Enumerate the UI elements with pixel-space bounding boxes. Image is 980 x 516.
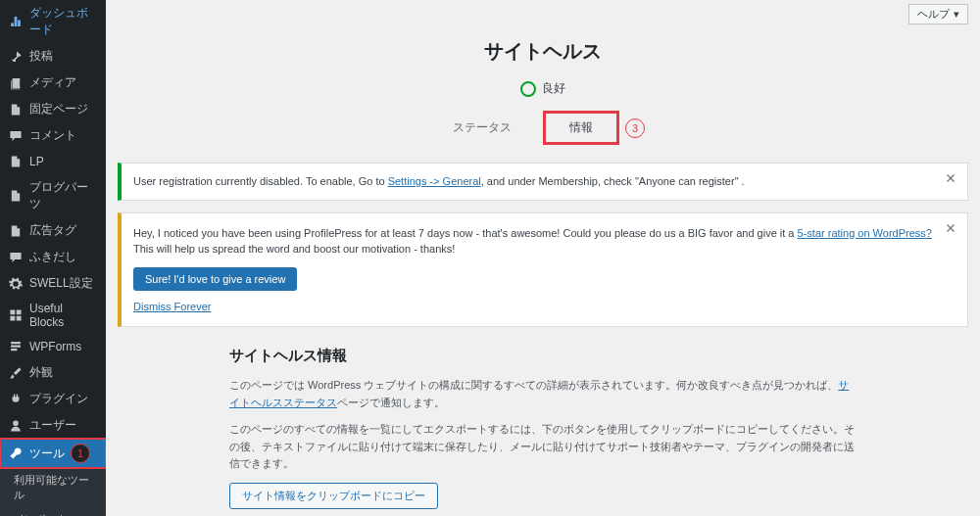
comment-icon [8, 250, 24, 265]
help-toggle[interactable]: ヘルプ ▾ [908, 4, 968, 24]
blocks-icon [8, 307, 24, 323]
comment-icon [8, 128, 24, 144]
sidebar-item-label: 外観 [29, 364, 53, 381]
sidebar-item-label: ユーザー [29, 417, 76, 434]
page-title: サイトヘルス [118, 38, 968, 65]
sidebar-item-ダッシュボード[interactable]: ダッシュボード [0, 0, 106, 43]
main-content: ヘルプ ▾ サイトヘルス 良好 ステータス 情報 3 User registra… [106, 0, 980, 516]
sidebar-item-ふきだし[interactable]: ふきだし [0, 244, 106, 270]
annotation-1: 1 [71, 444, 90, 463]
form-icon [8, 339, 24, 354]
sidebar-item-label: プラグイン [29, 391, 88, 407]
give-review-button[interactable]: Sure! I'd love to give a review [133, 267, 297, 291]
brush-icon [8, 365, 24, 381]
notice-profilepress: Hey, I noticed you have been using Profi… [118, 212, 968, 328]
sidebar-item-コメント[interactable]: コメント [0, 122, 106, 149]
info-desc-1: このページでは WordPress ウェブサイトの構成に関するすべての詳細が表示… [229, 377, 857, 411]
sidebar-item-label: ツール [29, 446, 65, 462]
health-status: 良好 [118, 80, 968, 97]
page-icon [8, 154, 24, 169]
sidebar-item-label: LP [29, 155, 44, 168]
sidebar-item-label: コメント [29, 127, 76, 144]
page-icon [8, 188, 24, 204]
status-label: 良好 [542, 80, 565, 97]
sidebar-item-label: WPForms [29, 340, 81, 353]
settings-general-link[interactable]: Settings -> General [388, 175, 481, 187]
sidebar-item-SWELL設定[interactable]: SWELL設定 [0, 270, 106, 297]
gear-icon [8, 276, 24, 292]
sidebar-item-外観[interactable]: 外観 [0, 359, 106, 386]
tab-info[interactable]: 情報 [543, 111, 619, 145]
sidebar-item-label: SWELL設定 [29, 275, 93, 292]
sidebar-item-label: 投稿 [29, 48, 53, 65]
sidebar-item-ブログパーツ[interactable]: ブログパーツ [0, 174, 106, 217]
annotation-3: 3 [625, 118, 645, 138]
sidebar-item-ツール[interactable]: ツール1 [0, 439, 106, 468]
sidebar-item-label: 広告タグ [29, 222, 76, 239]
admin-sidebar: ダッシュボード投稿メディア固定ページコメントLPブログパーツ広告タグふきだしSW… [0, 0, 106, 516]
media-icon [8, 75, 24, 91]
copy-site-info-button[interactable]: サイト情報をクリップボードにコピー [229, 483, 438, 509]
wrench-icon [8, 446, 24, 461]
sidebar-item-label: Useful Blocks [29, 302, 98, 329]
sidebar-item-プラグイン[interactable]: プラグイン [0, 386, 106, 412]
sidebar-item-広告タグ[interactable]: 広告タグ [0, 217, 106, 244]
sidebar-item-label: ダッシュボード [29, 5, 98, 38]
submenu-item-インポート[interactable]: インポート [0, 507, 106, 516]
sidebar-item-WPForms[interactable]: WPForms [0, 334, 106, 359]
sidebar-item-label: ふきだし [29, 249, 76, 265]
info-desc-2: このページのすべての情報を一覧にしてエクスポートするには、下のボタンを使用してク… [229, 421, 857, 473]
chevron-down-icon: ▾ [954, 8, 959, 21]
dismiss-notice-button[interactable] [944, 171, 959, 187]
page-icon [8, 102, 24, 117]
dashboard-icon [8, 14, 24, 29]
rating-link[interactable]: 5-star rating on WordPress? [798, 227, 932, 239]
dismiss-notice-button[interactable] [944, 221, 959, 237]
status-circle-icon [520, 81, 536, 97]
tab-status[interactable]: ステータス [441, 114, 523, 142]
notice-registration: User registration currently disabled. To… [118, 163, 968, 201]
sidebar-item-固定ページ[interactable]: 固定ページ [0, 96, 106, 122]
sidebar-item-メディア[interactable]: メディア [0, 70, 106, 96]
plugin-icon [8, 392, 24, 407]
sidebar-item-label: メディア [29, 74, 76, 91]
info-section-title: サイトヘルス情報 [229, 347, 857, 365]
sidebar-item-Useful Blocks[interactable]: Useful Blocks [0, 297, 106, 334]
sidebar-item-LP[interactable]: LP [0, 149, 106, 174]
submenu-item-利用可能なツール[interactable]: 利用可能なツール [0, 468, 106, 507]
pin-icon [8, 49, 24, 65]
sidebar-item-label: ブログパーツ [29, 179, 98, 212]
user-icon [8, 418, 24, 434]
dismiss-forever-link[interactable]: Dismiss Forever [133, 299, 936, 315]
page-icon [8, 223, 24, 239]
sidebar-item-ユーザー[interactable]: ユーザー [0, 412, 106, 439]
sidebar-item-label: 固定ページ [29, 101, 88, 117]
sidebar-item-投稿[interactable]: 投稿 [0, 43, 106, 70]
health-tabs: ステータス 情報 3 [118, 111, 968, 145]
